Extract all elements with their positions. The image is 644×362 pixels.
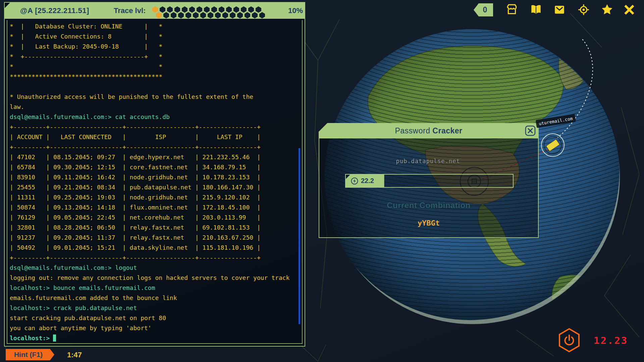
terminal-line: you can abort anytime by typing 'abort' — [10, 323, 298, 333]
terminal-line: | 91237 | 09.20.2045; 11:37 | relay.fast… — [10, 233, 298, 243]
terminal-line — [10, 82, 298, 92]
trace-hex — [193, 12, 199, 18]
trace-level-label: Trace lvl: — [114, 6, 146, 15]
terminal-line: dsql@emails.futuremail.com:> logout — [10, 263, 298, 273]
trace-percent: 10% — [288, 6, 303, 15]
terminal-line: | ACCOUNT | LAST CONNECTED | ISP | LAST … — [10, 132, 298, 142]
terminal-line: | 32801 | 08.28.2045; 06:50 | relay.fast… — [10, 223, 298, 233]
counter-value: 0 — [480, 5, 487, 14]
terminal-line: start cracking pub.datapulse.net on port… — [10, 313, 298, 323]
terminal-line: dsql@emails.futuremail.com:> cat account… — [10, 112, 298, 122]
terminal-line: law. — [10, 102, 298, 112]
hint-label: Hint (F1) — [14, 351, 43, 359]
trace-hex — [171, 12, 176, 18]
terminal-scrollbar[interactable] — [299, 148, 300, 324]
terminal-line: localhost:> crack pub.datapulse.net — [10, 303, 298, 313]
clock: 12.23 — [594, 335, 628, 346]
target-icon[interactable] — [577, 3, 590, 16]
terminal-line: | 65784 | 09.30.2045; 12:15 | core.fastn… — [10, 162, 298, 172]
text-cursor — [53, 335, 56, 342]
mail-icon[interactable] — [553, 3, 566, 16]
progress-value: 22.2 — [361, 177, 374, 185]
dialog-title: Password Cracker — [395, 126, 462, 135]
trace-meter — [152, 3, 268, 19]
terminal-line: | 83910 | 09.11.2045; 16:42 | node.gridh… — [10, 172, 298, 182]
power-button[interactable] — [557, 327, 581, 353]
terminal-line: * +---------------------------------+ * — [10, 52, 298, 62]
terminal-line: logging out: remove any connection logs … — [10, 273, 298, 283]
terminal-line: ****************************************… — [10, 72, 298, 82]
progress-bar: 22.2 — [345, 174, 514, 188]
hint-button[interactable]: Hint (F1) — [6, 349, 54, 360]
combo-value: yYBGt — [319, 219, 538, 227]
terminal-line: | 47102 | 08.15.2045; 09:27 | edge.hyper… — [10, 152, 298, 162]
terminal-line: | 11311 | 09.25.2045; 19:03 | node.gridh… — [10, 192, 298, 202]
terminal-line: localhost:> bounce emails.futuremail.com — [10, 283, 298, 293]
trace-hex — [237, 12, 243, 18]
connected-host: @A [25.222.211.51] — [20, 6, 89, 15]
trace-hex — [222, 12, 228, 18]
dialog-body: 22.2 Current Combination yYBGt — [319, 138, 539, 238]
terminal-line: | 50492 | 09.01.2045; 15:21 | data.skyli… — [10, 243, 298, 253]
terminal-line: * | Last Backup: 2045-09-18 | * — [10, 42, 298, 52]
game-screen: Password Cracker 22.2 Current Combinatio… — [0, 0, 644, 362]
terminal-border-accent — [7, 20, 7, 344]
close-window-icon[interactable] — [623, 3, 636, 16]
trace-hex — [208, 12, 213, 18]
terminal-border-accent — [302, 20, 303, 344]
terminal-line: * | Database Cluster: ONLINE | * — [10, 21, 298, 32]
energy-icon — [351, 177, 359, 185]
progress-fill: 22.2 — [346, 175, 384, 187]
terminal-line: +---------+--------------------+--------… — [10, 122, 298, 132]
terminal-line: * Unauthorized access will be punished t… — [10, 92, 298, 102]
trace-hex — [259, 12, 265, 18]
terminal-line: +---------+--------------------+--------… — [10, 253, 298, 263]
trace-hex — [215, 12, 221, 18]
close-icon[interactable] — [525, 125, 536, 136]
trace-hex — [185, 12, 191, 18]
terminal-border-accent — [7, 343, 303, 344]
trace-hex — [245, 12, 250, 18]
star-icon[interactable] — [600, 3, 614, 16]
terminal-line: | 76129 | 09.05.2045; 22:45 | net.corehu… — [10, 213, 298, 223]
trace-hex — [230, 12, 235, 18]
shop-icon[interactable] — [505, 3, 519, 16]
terminal-content[interactable]: * | Database Cluster: ONLINE | ** | Acti… — [10, 21, 298, 343]
terminal-line: +---------+--------------------+--------… — [10, 142, 298, 152]
dialog-header[interactable]: Password Cracker — [319, 123, 539, 138]
trace-hex — [200, 12, 206, 18]
terminal-header: @A [25.222.211.51] Trace lvl: 10% — [5, 3, 305, 19]
password-cracker-dialog: Password Cracker 22.2 Current Combinatio… — [319, 123, 539, 238]
trace-hex — [178, 12, 184, 18]
book-icon[interactable] — [529, 3, 543, 16]
combo-heading: Current Combination — [319, 201, 538, 210]
terminal-line: emails.futuremail.com added to the bounc… — [10, 293, 298, 303]
countdown-timer: 1:47 — [67, 351, 82, 359]
terminal-line: * | Active Connections: 8 | * — [10, 32, 298, 42]
trace-hex — [156, 12, 162, 18]
trace-hex — [252, 12, 258, 18]
terminal-prompt[interactable]: localhost:> — [10, 333, 298, 343]
terminal-line: * * — [10, 62, 298, 72]
trace-hex — [163, 12, 169, 18]
terminal-line: | 50874 | 09.13.2045; 14:18 | flux.omnin… — [10, 202, 298, 213]
terminal-line: | 25455 | 09.21.2045; 08:34 | pub.datapu… — [10, 182, 298, 192]
terminal-window: @A [25.222.211.51] Trace lvl: 10% * | Da… — [4, 2, 305, 347]
